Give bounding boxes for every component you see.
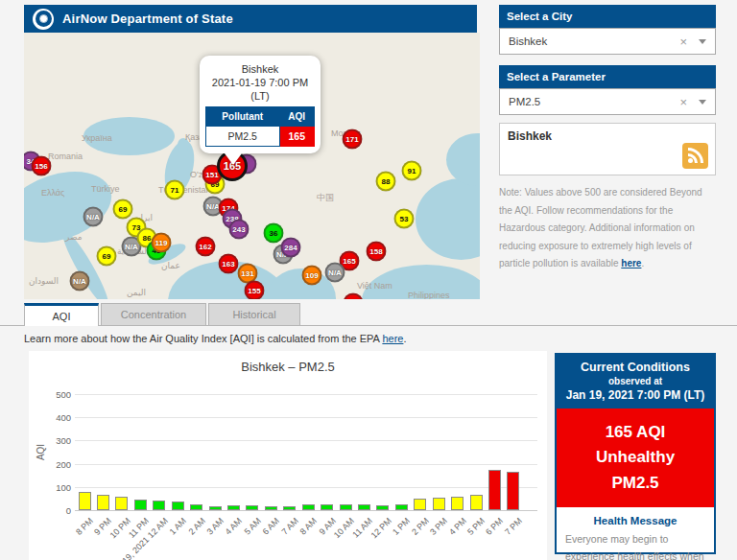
aqi-marker[interactable]: 163 xyxy=(219,254,239,274)
aqi-marker[interactable]: 91 xyxy=(402,161,422,181)
popup-aqi-value: 165 xyxy=(279,127,314,147)
popup-arrow xyxy=(225,153,242,165)
aqi-marker[interactable]: N/A xyxy=(83,207,104,227)
current-conditions-title: Current Conditions xyxy=(559,361,712,374)
aqi-marker[interactable]: 109 xyxy=(302,266,322,286)
aqi-world-map[interactable]: ҚазақстанУкраїнаRomaniaΕλλάςTürkiyeO'zbe… xyxy=(24,33,480,299)
current-aqi-value: 165 AQI xyxy=(557,420,714,445)
tab-historical[interactable]: Historical xyxy=(208,303,300,325)
current-conditions-panel: Current Conditions observed at Jan 19, 2… xyxy=(555,353,716,554)
chart-bar[interactable] xyxy=(265,506,277,510)
water-sea-of-japan xyxy=(446,133,480,186)
rss-icon[interactable] xyxy=(682,143,708,169)
parameter-clear-icon[interactable]: × xyxy=(679,96,687,108)
chart-bar[interactable] xyxy=(451,497,464,510)
chart-bar[interactable] xyxy=(376,505,389,510)
chart-x-tick-label: 3 AM xyxy=(204,516,226,537)
chart-x-tick-label: 1 PM xyxy=(391,516,412,537)
chart-bar[interactable] xyxy=(209,506,222,510)
chart-x-tick-label: 7 PM xyxy=(503,516,524,537)
chart-bar[interactable] xyxy=(470,495,483,510)
aqi-marker[interactable]: 162 xyxy=(196,237,216,257)
map-place-label: السودان xyxy=(29,276,59,286)
chart-bar[interactable] xyxy=(246,505,258,510)
aqi-marker[interactable] xyxy=(344,293,364,300)
aqi-marker[interactable]: 69 xyxy=(97,246,117,267)
chart-x-tick-label: 7 AM xyxy=(279,516,300,537)
chart-bar[interactable] xyxy=(172,502,184,510)
chart-x-tick-label: 4 AM xyxy=(224,516,245,537)
aqi-marker[interactable]: 156 xyxy=(32,156,52,176)
city-clear-icon[interactable]: × xyxy=(679,35,687,48)
current-aqi-block: 165 AQI Unhealthy PM2.5 xyxy=(557,408,714,507)
parameter-caret-down-icon[interactable] xyxy=(699,100,706,105)
city-caret-down-icon[interactable] xyxy=(699,39,706,44)
tab-aqi[interactable]: AQI xyxy=(24,303,99,326)
aqi-marker[interactable]: 71 xyxy=(165,180,185,200)
chart-y-tick-label: 400 xyxy=(35,412,71,423)
chart-x-tick-label: 8 PM xyxy=(74,516,95,537)
chart-x-tick-label: 2 PM xyxy=(410,516,431,537)
chart-bar[interactable] xyxy=(115,497,128,510)
map-place-label: Romania xyxy=(48,152,83,161)
learn-more-suffix: . xyxy=(403,333,406,344)
chart-bar[interactable] xyxy=(97,495,109,510)
popup-aqi-header: AQI xyxy=(279,107,314,127)
chart-bar[interactable] xyxy=(302,504,315,510)
chart-x-tick-label: 4 PM xyxy=(447,516,468,537)
aqi-note-link[interactable]: here xyxy=(621,258,641,268)
chart-bar[interactable] xyxy=(433,498,445,510)
chart-x-tick-label: 10 PM xyxy=(107,516,131,540)
chart-bar[interactable] xyxy=(227,505,240,510)
chart-bar[interactable] xyxy=(395,504,408,510)
city-select[interactable]: Bishkek × xyxy=(499,28,716,55)
aqi-marker[interactable]: 155 xyxy=(245,281,265,300)
chart-bar[interactable] xyxy=(134,500,147,510)
chart-x-tick-label: 2 AM xyxy=(186,516,207,537)
aqi-marker[interactable]: 53 xyxy=(394,209,415,229)
chart-y-tick-label: 0 xyxy=(35,505,71,516)
chart-y-tick-label: 100 xyxy=(35,482,71,493)
chart-bar[interactable] xyxy=(507,472,519,510)
current-aqi-category: Unhealthy xyxy=(557,445,714,470)
chart-bar[interactable] xyxy=(321,504,333,510)
chart-bar[interactable] xyxy=(340,504,352,510)
parameter-select-value: PM2.5 xyxy=(509,96,540,107)
chart-x-tick-label: 5 PM xyxy=(465,516,487,537)
aqi-marker[interactable]: 36 xyxy=(264,223,284,244)
aqi-bar-chart: Bishkek – PM2.5 AQI 01002003004005008 PM… xyxy=(29,351,547,560)
chart-x-tick-label: 1 AM xyxy=(168,516,189,537)
chart-bar[interactable] xyxy=(153,501,165,510)
select-city-header: Select a City xyxy=(499,5,716,28)
learn-more-link[interactable]: here xyxy=(382,333,403,344)
chart-gridline xyxy=(75,394,537,395)
chart-bar[interactable] xyxy=(488,470,501,510)
app-title: AirNow Department of State xyxy=(62,12,233,26)
popup-city: Bishkek xyxy=(205,63,315,77)
chart-bar[interactable] xyxy=(283,506,296,510)
tab-concentration[interactable]: Concentration xyxy=(101,303,206,325)
water-aral-sea xyxy=(178,138,189,152)
popup-datetime: 2021-01-19 7:00 PM xyxy=(205,77,315,90)
aqi-marker[interactable]: N/A xyxy=(325,263,345,283)
popup-pollutant-value: PM2.5 xyxy=(206,127,280,147)
chart-gridline xyxy=(75,487,537,488)
aqi-marker[interactable]: 284 xyxy=(281,238,301,258)
chart-bar[interactable] xyxy=(79,492,91,510)
aqi-marker[interactable]: N/A xyxy=(70,271,90,292)
aqi-marker[interactable]: 88 xyxy=(376,172,396,192)
map-place-label: اليمن xyxy=(127,288,146,297)
chart-y-tick-label: 200 xyxy=(35,459,71,470)
chart-bar[interactable] xyxy=(358,504,370,510)
aqi-marker[interactable]: 119 xyxy=(152,233,172,253)
parameter-select[interactable]: PM2.5 × xyxy=(499,88,716,115)
observed-at-label: observed at xyxy=(559,376,712,386)
health-message-text: Everyone may begin to experience health … xyxy=(557,531,714,560)
aqi-marker[interactable]: 158 xyxy=(367,242,387,262)
chart-bar[interactable] xyxy=(190,504,202,510)
chart-title: Bishkek – PM2.5 xyxy=(29,360,547,374)
aqi-marker[interactable]: 171 xyxy=(343,129,363,150)
aqi-marker[interactable]: 69 xyxy=(113,199,133,220)
chart-bar[interactable] xyxy=(414,499,426,510)
aqi-marker[interactable]: 243 xyxy=(229,220,250,240)
